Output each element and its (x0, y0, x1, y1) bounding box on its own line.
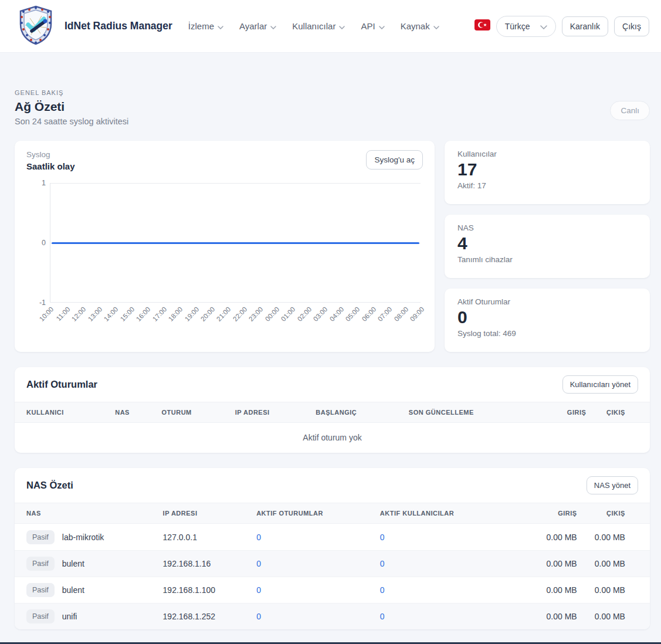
table-row: Pasif unifi 192.168.1.252 0 0 0.00 MB 0.… (15, 603, 650, 629)
stat-sub: Syslog total: 469 (457, 329, 637, 338)
stat-card-nas: NAS 4 Tanımlı cihazlar (445, 215, 650, 278)
nas-name: bulent (62, 559, 84, 568)
nav-item-kullanicilar[interactable]: Kullanıcılar (292, 21, 345, 31)
output-bytes: 0.00 MB (577, 533, 638, 542)
nas-ip: 192.168.1.100 (163, 585, 257, 595)
y-axis-label: -1 (39, 299, 46, 307)
app-logo-shield-icon (15, 4, 57, 49)
column-header: AKTIF KULLANICILAR (380, 510, 516, 517)
column-header: IP ADRESI (163, 510, 257, 517)
active-sessions-link[interactable]: 0 (256, 585, 261, 595)
sessions-table-title: Aktif Oturumlar (26, 379, 97, 390)
nas-ip: 192.168.1.252 (163, 612, 257, 621)
active-sessions-link[interactable]: 0 (256, 559, 261, 568)
nav-item-izleme[interactable]: İzleme (188, 21, 223, 31)
nav-item-ayarlar[interactable]: Ayarlar (239, 21, 276, 31)
nas-name: lab-mikrotik (62, 533, 104, 542)
chart-label: Syslog (26, 150, 75, 159)
app-header: IdNet Radius Manager İzleme Ayarlar Kull… (0, 0, 661, 53)
chevron-down-icon (379, 21, 385, 31)
page-title: Ağ Özeti (15, 100, 650, 114)
nas-summary-card: NAS Özeti NAS yönet NAS IP ADRESI AKTIF … (15, 468, 650, 629)
stat-value: 0 (457, 307, 637, 328)
gridline (50, 183, 421, 184)
input-bytes: 0.00 MB (516, 533, 577, 542)
chevron-down-icon (540, 22, 547, 31)
stat-value: 17 (457, 160, 637, 180)
column-header: ÇIKIŞ (586, 409, 638, 416)
column-header: ÇIKIŞ (577, 510, 638, 517)
active-users-link[interactable]: 0 (380, 559, 385, 568)
output-bytes: 0.00 MB (577, 612, 638, 621)
overview-section: GENEL BAKIŞ Ağ Özeti Son 24 saatte syslo… (15, 89, 650, 126)
chart-title: Saatlik olay (26, 161, 75, 171)
language-select[interactable]: Türkçe (496, 16, 556, 37)
syslog-chart-card: Syslog Saatlik olay Syslog'u aç 1 0 -1 1… (15, 141, 435, 352)
column-header: NAS (26, 510, 163, 517)
page-subtitle: Son 24 saatte syslog aktivitesi (15, 117, 650, 126)
column-header: AKTIF OTURUMLAR (256, 510, 380, 517)
output-bytes: 0.00 MB (577, 559, 638, 568)
active-sessions-link[interactable]: 0 (256, 612, 261, 621)
header-actions: Türkçe Karanlık Çıkış (474, 16, 649, 37)
stat-value: 4 (457, 233, 637, 254)
active-sessions-card: Aktif Oturumlar Kullanıcıları yönet KULL… (15, 367, 650, 453)
status-badge: Pasif (26, 609, 55, 623)
nas-table-header: NAS IP ADRESI AKTIF OTURUMLAR AKTIF KULL… (15, 503, 650, 524)
chevron-down-icon (218, 21, 223, 31)
chevron-down-icon (339, 21, 345, 31)
x-axis: 10:0011:0012:0013:0014:0015:0016:0017:00… (50, 303, 421, 335)
stat-card-users: Kullanıcılar 17 Aktif: 17 (445, 141, 650, 204)
active-users-link[interactable]: 0 (380, 533, 385, 542)
column-header: NAS (115, 409, 161, 416)
main-content: GENEL BAKIŞ Ağ Özeti Son 24 saatte syslo… (0, 53, 661, 629)
stat-card-active-sessions: Aktif Oturumlar 0 Syslog total: 469 (445, 289, 650, 352)
active-users-link[interactable]: 0 (380, 585, 385, 595)
manage-users-button[interactable]: Kullanıcıları yönet (562, 375, 638, 394)
chevron-down-icon (433, 21, 439, 31)
main-nav: İzleme Ayarlar Kullanıcılar API Kaynak (188, 21, 439, 31)
open-syslog-button[interactable]: Syslog'u aç (366, 150, 423, 170)
stat-label: NAS (457, 223, 637, 232)
stat-sub: Tanımlı cihazlar (457, 255, 637, 264)
column-header: GIRIŞ (522, 409, 587, 416)
sessions-table-header: KULLANICI NAS OTURUM IP ADRESI BAŞLANGIÇ… (15, 402, 650, 423)
stat-label: Kullanıcılar (457, 150, 637, 158)
manage-nas-button[interactable]: NAS yönet (587, 476, 638, 494)
nas-name: bulent (62, 585, 84, 595)
input-bytes: 0.00 MB (516, 612, 577, 621)
logout-button[interactable]: Çıkış (614, 16, 649, 36)
column-header: BAŞLANGIÇ (316, 409, 409, 416)
live-status-badge: Canlı (610, 101, 650, 120)
column-header: OTURUM (162, 409, 235, 416)
column-header: SON GÜNCELLEME (409, 409, 522, 416)
input-bytes: 0.00 MB (516, 559, 577, 568)
table-row: Pasif bulent 192.168.1.16 0 0 0.00 MB 0.… (15, 550, 650, 577)
nav-item-api[interactable]: API (361, 21, 384, 31)
y-axis-label: 0 (42, 239, 46, 247)
dark-mode-button[interactable]: Karanlık (562, 16, 608, 36)
stat-label: Aktif Oturumlar (457, 297, 637, 306)
active-sessions-link[interactable]: 0 (256, 533, 261, 542)
column-header: KULLANICI (26, 409, 115, 416)
table-row: Pasif lab-mikrotik 127.0.0.1 0 0 0.00 MB… (15, 524, 650, 550)
column-header: IP ADRESI (235, 409, 316, 416)
nav-item-kaynak[interactable]: Kaynak (401, 21, 439, 31)
syslog-line-chart: 1 0 -1 (50, 183, 421, 303)
section-eyebrow: GENEL BAKIŞ (15, 89, 650, 96)
nas-ip: 127.0.0.1 (163, 533, 257, 542)
chart-series-line (52, 242, 419, 244)
app-title: IdNet Radius Manager (65, 20, 172, 32)
chevron-down-icon (270, 21, 276, 31)
empty-sessions-message: Aktif oturum yok (15, 423, 650, 453)
input-bytes: 0.00 MB (516, 585, 577, 595)
active-users-link[interactable]: 0 (380, 612, 385, 621)
nas-table-title: NAS Özeti (26, 480, 73, 491)
status-badge: Pasif (26, 557, 55, 571)
stat-sub: Aktif: 17 (457, 181, 637, 190)
table-row: Pasif bulent 192.168.1.100 0 0 0.00 MB 0… (15, 577, 650, 603)
column-header: GIRIŞ (516, 510, 577, 517)
nas-ip: 192.168.1.16 (163, 559, 257, 568)
turkey-flag-icon (474, 19, 490, 33)
output-bytes: 0.00 MB (577, 585, 638, 595)
